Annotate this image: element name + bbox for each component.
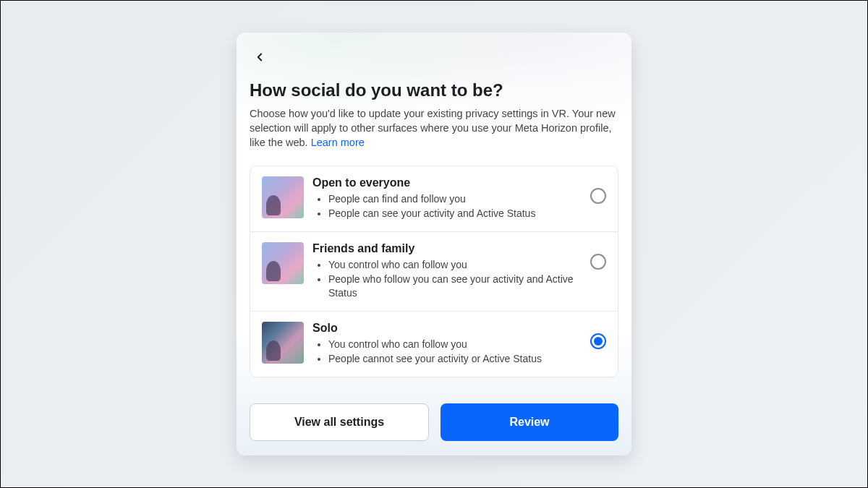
option-open-to-everyone[interactable]: Open to everyone People can find and fol… — [250, 166, 618, 232]
option-thumbnail — [262, 242, 304, 284]
option-title: Friends and family — [312, 242, 582, 255]
option-bullets: You control who can follow you People wh… — [312, 258, 582, 300]
privacy-options-list: Open to everyone People can find and fol… — [250, 166, 618, 377]
option-bullet: People who follow you can see your activ… — [328, 273, 582, 300]
privacy-social-card: How social do you want to be? Choose how… — [237, 33, 631, 455]
option-body: Open to everyone People can find and fol… — [312, 176, 582, 221]
option-body: Friends and family You control who can f… — [312, 242, 582, 301]
review-button[interactable]: Review — [441, 403, 618, 441]
radio-button[interactable] — [590, 333, 606, 349]
view-all-settings-button[interactable]: View all settings — [250, 403, 429, 441]
option-bullet: You control who can follow you — [328, 258, 582, 272]
description-text: Choose how you'd like to update your exi… — [250, 108, 616, 148]
option-thumbnail — [262, 322, 304, 364]
option-friends-and-family[interactable]: Friends and family You control who can f… — [250, 232, 618, 312]
footer-actions: View all settings Review — [250, 403, 618, 441]
back-button[interactable] — [250, 47, 270, 67]
option-thumbnail — [262, 176, 304, 218]
option-bullets: You control who can follow you People ca… — [312, 338, 582, 366]
radio-button[interactable] — [590, 188, 606, 204]
option-body: Solo You control who can follow you Peop… — [312, 322, 582, 367]
option-bullet: People cannot see your activity or Activ… — [328, 352, 582, 366]
option-solo[interactable]: Solo You control who can follow you Peop… — [250, 312, 618, 377]
option-bullet: You control who can follow you — [328, 338, 582, 351]
learn-more-link[interactable]: Learn more — [311, 137, 365, 148]
option-bullets: People can find and follow you People ca… — [312, 192, 582, 221]
option-title: Open to everyone — [312, 176, 582, 189]
page-description: Choose how you'd like to update your exi… — [250, 106, 618, 150]
option-bullet: People can see your activity and Active … — [328, 207, 582, 221]
chevron-left-icon — [253, 51, 266, 64]
page-title: How social do you want to be? — [250, 80, 618, 100]
option-title: Solo — [312, 322, 582, 335]
option-bullet: People can find and follow you — [328, 192, 582, 206]
radio-button[interactable] — [590, 254, 606, 270]
